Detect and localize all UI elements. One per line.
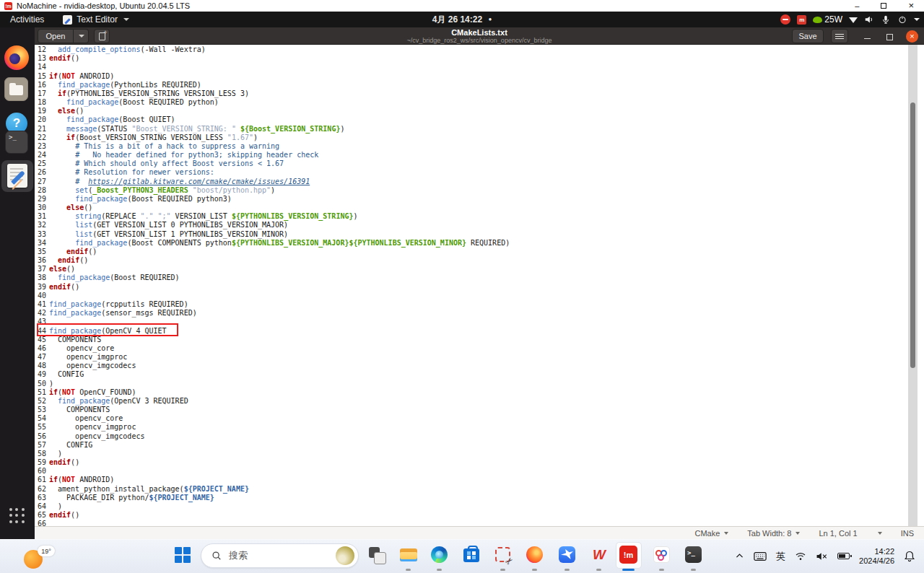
battery-icon[interactable] [837,553,850,559]
open-dropdown-button[interactable] [74,29,89,43]
cursor-position-selector[interactable]: Ln 1, Col 1 [819,529,881,538]
line-number: 64 [35,502,49,511]
clock-label: 4月 26 14:22 [432,14,482,25]
new-document-button[interactable] [94,29,110,43]
nomachine-indicator-icon[interactable]: m [797,15,806,25]
taskbar-app-thunder[interactable] [558,546,577,564]
line-number: 49 [35,370,49,379]
ime-indicator[interactable]: 英 [776,550,785,563]
search-highlight-image [336,546,354,565]
gedit-close-button[interactable]: × [906,30,918,43]
scrollbar-thumb[interactable] [910,102,915,368]
edge-icon [431,546,448,563]
code-line: 65endif() [35,511,510,520]
line-number: 13 [35,54,49,63]
network-icon[interactable] [849,17,858,23]
line-number: 33 [35,230,49,239]
taskbar-app-file-explorer[interactable] [399,546,418,564]
code-line: 51if(NOT OpenCV_FOUND) [35,388,510,397]
chevron-down-icon [796,532,800,535]
taskbar-app-edge[interactable] [430,546,449,564]
text-editor-view[interactable]: 12 add_compile_options(-Wall -Wextra)13e… [35,45,924,526]
taskbar-app-task-view[interactable] [368,546,387,564]
line-number: 15 [35,72,49,81]
search-placeholder: 搜索 [229,549,336,562]
taskbar-app-rings-app[interactable] [653,546,671,564]
code-line: 28 set(_Boost_PYTHON3_HEADERS "boost/pyt… [35,186,510,195]
taskbar-app-firefox[interactable] [526,546,544,564]
line-number: 23 [35,142,49,151]
code-line: 37else() [35,265,510,274]
nvidia-power-label: 25W [824,14,842,25]
line-number: 51 [35,388,49,397]
system-menu-chevron-icon[interactable] [914,18,920,21]
running-indicator [691,569,696,571]
document-title: CMakeLists.txt [179,28,780,37]
power-icon[interactable] [897,14,907,25]
speaker-icon[interactable] [864,14,874,25]
code-line: 53 COMPONENTS [35,406,510,414]
taskbar-clock[interactable]: 14:22 2024/4/26 [859,547,894,566]
taskbar-app-nomachine[interactable]: !m [619,546,638,564]
maximize-button[interactable] [881,3,886,9]
running-indicator [500,569,505,571]
dock-item-firefox[interactable] [4,45,30,71]
code-line: 41find_package(rcpputils REQUIRED) [35,300,510,309]
line-number: 66 [35,520,49,526]
code-line: 40 [35,292,510,300]
taskbar-app-wps-office[interactable]: W [590,546,609,564]
code-line: 32 list(GET VERSION_LIST 0 PYTHONLIBS_VE… [35,221,510,229]
vertical-scrollbar[interactable] [908,45,918,526]
line-number: 29 [35,195,49,204]
running-indicator [622,569,635,571]
line-number: 30 [35,204,49,212]
code-line: 31 string(REPLACE "." ";" VERSION_LIST $… [35,212,510,221]
wifi-icon[interactable] [795,551,806,561]
line-number: 20 [35,115,49,124]
touch-keyboard-icon[interactable] [754,551,767,561]
taskbar-app-terminal[interactable]: >_ [684,546,703,564]
code-line: 49 CONFIG [35,370,510,379]
code-line: 59endif() [35,458,510,467]
running-indicator [565,569,570,571]
annotation-rectangle [37,323,178,336]
code-line: 62 ament_python_install_package(${PROJEC… [35,485,510,494]
start-button[interactable] [175,547,191,563]
gedit-restore-button[interactable] [884,31,894,41]
line-number: 18 [35,98,49,107]
line-number: 52 [35,397,49,406]
microphone-icon[interactable] [881,14,891,25]
nomachine-icon: !m [4,2,12,10]
taskbar-app-snipping-tool[interactable] [494,546,513,564]
code-line: 52 find_package(OpenCV 3 REQUIRED [35,397,510,406]
volume-muted-icon[interactable] [816,551,828,561]
dock-item-terminal[interactable]: >_ [4,130,30,156]
language-selector[interactable]: CMake [694,529,728,538]
line-number: 12 [35,45,49,54]
tab-width-selector[interactable]: Tab Width: 8 [747,529,800,538]
do-not-disturb-icon[interactable] [780,14,790,25]
hidden-icons-chevron[interactable] [735,551,744,561]
minimize-button[interactable]: – [855,2,859,9]
line-number: 63 [35,494,49,502]
code-line: 48 opencv_imgcodecs [35,362,510,370]
running-indicator [532,569,537,571]
gedit-minimize-button[interactable] [863,31,873,41]
open-button[interactable]: Open [38,29,74,43]
hamburger-menu-button[interactable] [831,29,848,43]
dock-item-text-editor[interactable] [4,163,30,189]
dock-item-files[interactable] [4,77,30,103]
line-number: 53 [35,406,49,414]
weather-widget[interactable]: 19° [22,546,72,572]
notification-dot: ● [488,16,492,22]
close-button[interactable]: × [908,2,914,9]
line-number: 60 [35,467,49,476]
nvidia-power-indicator[interactable]: 25W [813,14,842,25]
show-applications-button[interactable] [9,508,25,524]
save-button[interactable]: Save [792,29,824,43]
notification-bell-icon[interactable] [904,550,915,562]
taskbar-search-box[interactable]: 搜索 [201,543,359,568]
system-tray: 英 14:22 2024/4/26 [735,539,924,573]
line-number: 47 [35,353,49,362]
taskbar-app-microsoft-store[interactable] [462,546,481,564]
